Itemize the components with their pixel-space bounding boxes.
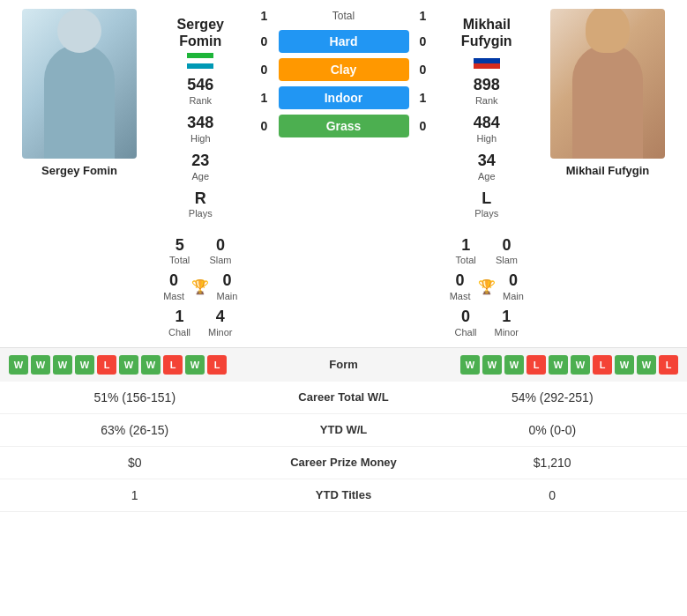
surface-row-indoor: 1 Indoor 1	[256, 86, 432, 109]
stats-panel-right: Mikhail Fufygin 898 Rank 484 High 34 Age	[441, 9, 534, 227]
player-left: Sergey Fomin	[4, 9, 154, 227]
right-plays: L Plays	[446, 189, 528, 220]
left-total-stat: 5 Total	[169, 236, 190, 267]
form-right-5: W	[549, 355, 568, 375]
ytd-titles-row: 1 YTD Titles 0	[0, 479, 687, 512]
form-left-6: W	[119, 355, 138, 375]
left-minor-stat: 4 Minor	[208, 308, 233, 338]
trophy-right-icon: 🏆	[478, 278, 496, 295]
middle-spacer	[247, 236, 441, 338]
clay-button[interactable]: Clay	[279, 58, 409, 81]
surface-row-hard: 0 Hard 0	[256, 30, 432, 53]
form-right-10: L	[659, 355, 678, 375]
player-right-name: Mikhail Fufygin	[566, 164, 650, 177]
flag-uzbekistan-icon	[187, 53, 213, 69]
prize-money-row: $0 Career Prize Money $1,210	[0, 447, 687, 479]
right-chall-stat: 0 Chall	[454, 308, 476, 338]
left-main-stat: 0 Main	[217, 271, 238, 302]
prize-money-label: Career Prize Money	[256, 456, 432, 469]
form-left-4: W	[75, 355, 94, 375]
form-left-2: W	[31, 355, 50, 375]
career-wl-left: 51% (156-151)	[14, 390, 256, 404]
right-main-stat: 0 Main	[503, 271, 524, 302]
left-slam-stat: 0 Slam	[209, 236, 231, 267]
indoor-right-score: 1	[414, 91, 432, 105]
grass-button[interactable]: Grass	[279, 115, 409, 137]
form-left-3: W	[53, 355, 72, 375]
form-right-9: W	[637, 355, 656, 375]
form-right-1: W	[460, 355, 480, 375]
left-plays: R Plays	[160, 189, 242, 220]
right-total-stat: 1 Total	[456, 236, 476, 267]
hard-left-score: 0	[256, 34, 273, 48]
form-right-7: L	[593, 355, 612, 375]
right-mast-stat: 0 Mast	[450, 271, 471, 302]
left-chall-stat: 1 Chall	[168, 308, 190, 338]
left-high: 348 High	[160, 114, 242, 145]
surface-row-grass: 0 Grass 0	[256, 115, 432, 137]
clay-right-score: 0	[414, 63, 432, 77]
right-extra-stats: 1 Total 0 Slam 0 Mast 🏆 0 Main	[441, 236, 534, 338]
ytd-wl-label: YTD W/L	[256, 423, 432, 436]
hard-right-score: 0	[414, 34, 432, 48]
vs-total-label: Total	[332, 10, 355, 22]
right-minor-stat: 1 Minor	[495, 308, 519, 338]
form-right-3: W	[504, 355, 524, 375]
form-section: W W W W L W W L W L Form W W W L W W L W…	[0, 347, 687, 382]
form-label: Form	[291, 358, 397, 371]
right-high: 484 High	[446, 114, 528, 145]
player-left-name: Sergey Fomin	[41, 164, 117, 177]
ytd-titles-label: YTD Titles	[256, 488, 432, 501]
player-right-header: Mikhail Fufygin	[446, 16, 528, 49]
indoor-left-score: 1	[256, 91, 273, 105]
stats-rows: 51% (156-151) Career Total W/L 54% (292-…	[0, 382, 687, 512]
left-title-stats	[4, 236, 154, 338]
ytd-titles-right: 0	[432, 488, 674, 502]
form-badges-left: W W W W L W W L W L	[9, 355, 227, 375]
player-left-photo	[22, 9, 137, 159]
career-wl-row: 51% (156-151) Career Total W/L 54% (292-…	[0, 382, 687, 414]
ytd-titles-left: 1	[14, 488, 256, 502]
form-left-8: L	[163, 355, 183, 375]
surface-row-clay: 0 Clay 0	[256, 58, 432, 81]
surface-rows: 0 Hard 0 0 Clay 0 1 Indoor 1	[256, 30, 432, 143]
player-right: Mikhail Fufygin	[533, 9, 683, 227]
right-photo-spacer	[533, 236, 683, 338]
prize-money-left: $0	[14, 456, 256, 470]
vs-total-left: 1	[256, 9, 273, 23]
player-right-flag-row	[446, 53, 528, 69]
career-wl-right: 54% (292-251)	[432, 390, 674, 404]
career-wl-label: Career Total W/L	[256, 390, 432, 404]
middle-section: 1 Total 1 0 Hard 0 0 Clay 0	[247, 9, 441, 227]
ytd-wl-row: 63% (26-15) YTD W/L 0% (0-0)	[0, 414, 687, 447]
ytd-wl-right: 0% (0-0)	[432, 423, 674, 437]
left-extra-stats: 5 Total 0 Slam 0 Mast 🏆 0 Main	[154, 236, 247, 338]
right-rank: 898 Rank	[446, 76, 528, 107]
left-rank: 546 Rank	[160, 76, 242, 107]
prize-money-right: $1,210	[432, 456, 674, 470]
form-right-4: L	[526, 355, 546, 375]
main-container: Sergey Fomin Sergey Fomin 546 Rank 348 H…	[0, 0, 687, 512]
hard-button[interactable]: Hard	[279, 30, 409, 53]
form-right-2: W	[482, 355, 502, 375]
player-left-flag-row	[160, 53, 242, 69]
ytd-wl-left: 63% (26-15)	[14, 423, 256, 437]
vs-header: 1 Total 1	[256, 9, 432, 23]
trophy-left-icon: 🏆	[191, 278, 209, 295]
form-badges-right: W W W L W W L W W L	[460, 355, 678, 375]
grass-right-score: 0	[414, 119, 432, 133]
grass-left-score: 0	[256, 119, 273, 133]
players-section: Sergey Fomin Sergey Fomin 546 Rank 348 H…	[0, 0, 687, 236]
player-right-photo	[550, 9, 665, 159]
form-left-10: L	[207, 355, 227, 375]
right-slam-stat: 0 Slam	[496, 236, 518, 267]
indoor-button[interactable]: Indoor	[279, 86, 409, 109]
clay-left-score: 0	[256, 63, 273, 77]
vs-total-right: 1	[414, 9, 431, 23]
form-left-5: L	[97, 355, 116, 375]
title-stats-row: 5 Total 0 Slam 0 Mast 🏆 0 Main	[0, 236, 687, 347]
form-left-1: W	[9, 355, 28, 375]
form-right-6: W	[571, 355, 590, 375]
form-left-7: W	[141, 355, 161, 375]
form-right-8: W	[615, 355, 634, 375]
